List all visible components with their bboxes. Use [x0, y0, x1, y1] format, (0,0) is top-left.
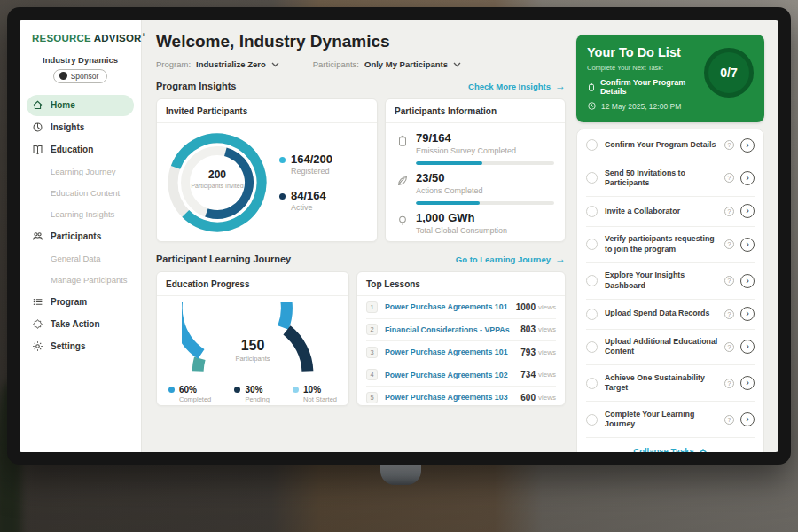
lesson-title-link[interactable]: Power Purchase Agreements 101 [385, 302, 516, 311]
sidebar-item-learning-insights[interactable]: Learning Insights [27, 204, 134, 225]
help-icon[interactable]: ? [724, 309, 734, 319]
donut-center-label: 200 Participants Invited [186, 168, 248, 191]
right-panel: Your To Do List Complete Your Next Task:… [576, 35, 764, 452]
organization-name: Industry Dynamics [20, 55, 141, 65]
gauge-center-label: 150 Participants [182, 338, 324, 363]
chevron-right-icon[interactable]: › [740, 138, 755, 153]
gauge-legend: 60% Completed 30% Pending [157, 379, 348, 403]
collapse-tasks-link[interactable]: Collapse Tasks [586, 438, 755, 452]
legend-dot-registered [279, 157, 286, 163]
task-label: Verify participants requesting to join t… [605, 234, 724, 254]
stat-label: Total Global Consumption [416, 226, 507, 235]
emission-survey-progress-bar [416, 161, 554, 165]
task-label: Confirm Your Program Details [605, 140, 724, 150]
sidebar-item-take-action[interactable]: Take Action [27, 314, 134, 335]
sidebar-item-participants[interactable]: Participants [27, 226, 134, 247]
sponsor-badge[interactable]: Sponsor [53, 69, 108, 83]
help-icon[interactable]: ? [724, 239, 734, 249]
progress-fill [416, 161, 482, 165]
brand-logo[interactable]: RESOURCEADVISOR+ [20, 31, 141, 43]
sidebar-subitem-label: Manage Participants [51, 275, 128, 285]
go-to-learning-journey-link[interactable]: Go to Learning Journey → [456, 254, 566, 264]
task-label: Upload Additional Educational Content [605, 337, 724, 357]
lessons-list: 1 Power Purchase Agreements 101 1000 vie… [357, 296, 565, 409]
program-filter[interactable]: Program: Industrialize Zero [156, 59, 279, 69]
journey-cards-row: Education Progress 150 Participants [156, 271, 566, 406]
check-more-insights-link[interactable]: Check More Insights → [468, 82, 566, 91]
arrow-right-icon: → [555, 254, 566, 263]
legend-item-not-started: 10% Not Started [293, 385, 337, 403]
todo-task-row[interactable]: Upload Additional Educational Content ? … [586, 330, 755, 366]
chevron-right-icon[interactable]: › [740, 376, 755, 390]
clipboard-icon [587, 82, 596, 92]
help-icon[interactable]: ? [724, 415, 734, 425]
todo-next-task[interactable]: Confirm Your Program Details [587, 78, 704, 96]
todo-tasks-card: Confirm Your Program Details ? › Send 50… [576, 129, 764, 452]
sidebar-item-learning-journey[interactable]: Learning Journey [27, 161, 134, 183]
help-icon[interactable]: ? [724, 173, 734, 183]
task-label: Send 50 Invitations to Participants [605, 168, 724, 189]
sidebar-item-manage-participants[interactable]: Manage Participants [27, 270, 134, 291]
lesson-title-link[interactable]: Power Purchase Agreements 102 [385, 371, 520, 379]
todo-task-row[interactable]: Confirm Your Program Details ? › [586, 130, 755, 160]
lesson-views-suffix: views [538, 325, 556, 333]
participants-filter[interactable]: Participants: Only My Participants [313, 59, 461, 69]
chevron-right-icon[interactable]: › [740, 238, 755, 252]
lesson-title-link[interactable]: Power Purchase Agreements 101 [385, 348, 520, 356]
sidebar-item-general-data[interactable]: General Data [27, 248, 134, 270]
todo-task-row[interactable]: Upload Spend Data Records ? › [586, 300, 755, 330]
sidebar-nav: Home Insights Education Learning Journey… [20, 95, 141, 357]
help-icon[interactable]: ? [724, 276, 734, 286]
todo-summary-card: Your To Do List Complete Your Next Task:… [576, 35, 764, 122]
lesson-rank-badge: 3 [366, 347, 378, 358]
todo-task-row[interactable]: Complete Your Learning Journey ? › [586, 402, 755, 438]
help-icon[interactable]: ? [724, 140, 734, 150]
task-checkbox[interactable] [586, 239, 598, 250]
task-checkbox[interactable] [586, 275, 598, 286]
sidebar-item-education-content[interactable]: Education Content [27, 183, 134, 204]
arrow-right-icon: → [555, 82, 566, 90]
chevron-right-icon[interactable]: › [740, 412, 755, 426]
sidebar-item-program[interactable]: Program [27, 292, 134, 313]
todo-task-row[interactable]: Invite a Collaborator ? › [586, 197, 755, 227]
learning-journey-header: Participant Learning Journey Go to Learn… [156, 254, 566, 264]
stat-total-consumption: 1,000 GWh Total Global Consumption [396, 209, 554, 235]
stat-label: Emission Survey Completed [416, 146, 516, 155]
task-checkbox[interactable] [586, 172, 598, 184]
chevron-right-icon[interactable]: › [740, 204, 755, 218]
help-icon[interactable]: ? [724, 342, 734, 352]
lesson-title-link[interactable]: Power Purchase Agreements 103 [385, 393, 520, 402]
legend-label: Registered [291, 167, 332, 176]
task-checkbox[interactable] [586, 414, 598, 426]
lesson-row: 1 Power Purchase Agreements 101 1000 vie… [366, 296, 556, 319]
invited-participants-body: 200 Participants Invited 164/200 Registe [157, 123, 377, 242]
lesson-views-suffix: views [538, 371, 556, 379]
chevron-right-icon[interactable]: › [740, 171, 755, 185]
todo-task-row[interactable]: Verify participants requesting to join t… [586, 227, 755, 263]
todo-task-row[interactable]: Send 50 Invitations to Participants ? › [586, 160, 755, 197]
task-checkbox[interactable] [586, 139, 598, 151]
chevron-right-icon[interactable]: › [740, 307, 755, 321]
sidebar-item-label: Take Action [51, 319, 100, 329]
legend-item-registered: 164/200 Registered [279, 153, 332, 176]
help-icon[interactable]: ? [724, 207, 734, 216]
lesson-views-value: 600 [520, 393, 536, 403]
chevron-right-icon[interactable]: › [740, 340, 755, 354]
todo-task-row[interactable]: Explore Your Insights Dashboard ? › [586, 263, 755, 300]
sidebar-item-home[interactable]: Home [27, 95, 134, 116]
task-checkbox[interactable] [586, 378, 598, 389]
lesson-row: 4 Power Purchase Agreements 102 734 view… [366, 364, 556, 387]
sidebar-item-education[interactable]: Education [27, 139, 134, 160]
help-icon[interactable]: ? [724, 379, 734, 388]
todo-task-row[interactable]: Achieve One Sustainability Target ? › [586, 365, 755, 402]
lesson-title-link[interactable]: Financial Considerations - VPPAs [385, 325, 520, 334]
legend-item-active: 84/164 Active [279, 190, 332, 212]
chevron-right-icon[interactable]: › [740, 274, 755, 288]
sidebar-item-insights[interactable]: Insights [27, 117, 134, 138]
donut-center-caption: Participants Invited [186, 183, 248, 191]
task-checkbox[interactable] [586, 309, 598, 320]
link-label: Check More Insights [468, 82, 551, 91]
sidebar-item-settings[interactable]: Settings [27, 336, 134, 357]
task-checkbox[interactable] [586, 206, 598, 217]
task-checkbox[interactable] [586, 341, 598, 353]
